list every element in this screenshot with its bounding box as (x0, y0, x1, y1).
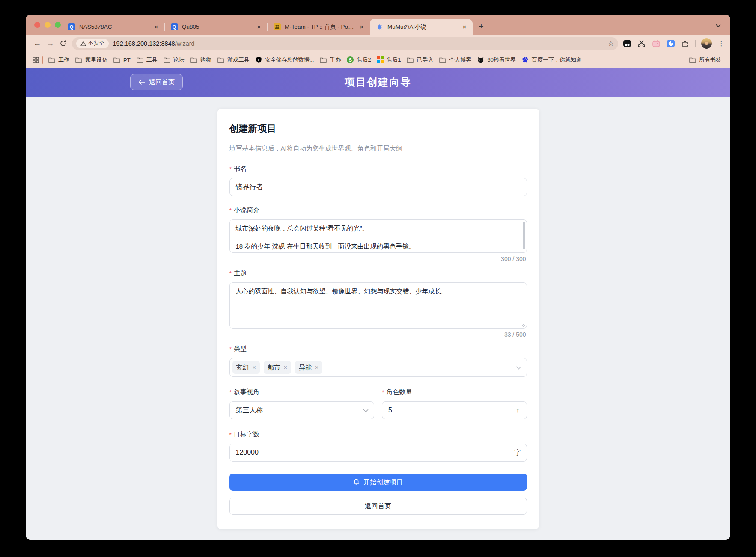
bookmark-aftersale-1[interactable]: 售后1 (374, 55, 404, 65)
textarea-scrollbar[interactable] (523, 222, 525, 249)
tab-mteam[interactable]: M-Team - TP :: 首頁 - Powere × (267, 19, 370, 35)
microsoft-icon (377, 56, 384, 63)
address-bar[interactable]: 不安全 192.168.200.132:8848/wizard ☆ (72, 37, 618, 50)
target-words-input[interactable]: 120000 字 (229, 444, 527, 462)
forward-icon[interactable]: → (44, 37, 57, 50)
theme-counter: 33 / 500 (229, 331, 526, 338)
scissors-extension-icon[interactable] (637, 39, 646, 48)
tab-title: NAS5878AC (79, 24, 149, 30)
bookmark-baidu[interactable]: 百度一下，你就知道 (519, 55, 585, 65)
stepper-up-icon[interactable]: ↑ (509, 402, 527, 419)
maple-leaf-icon (376, 23, 384, 31)
pov-select[interactable]: 第三人称 (229, 401, 375, 419)
folder-icon (75, 57, 82, 63)
baidu-paw-icon (522, 56, 529, 63)
page-title: 项目创建向导 (345, 75, 411, 89)
extensions-row: ⋮ (622, 38, 725, 49)
char-count-label: *角色数量 (382, 388, 527, 396)
mteam-icon (273, 23, 281, 31)
back-icon[interactable]: ← (31, 37, 44, 50)
bookmark-folder-tools[interactable]: 工具 (134, 55, 161, 65)
tag-remove-icon[interactable]: × (284, 364, 287, 371)
resize-grip-icon[interactable] (521, 322, 525, 327)
tab-mumu-active[interactable]: MuMuのAI小说 × (370, 19, 473, 35)
reload-icon[interactable] (57, 37, 69, 50)
tag-remove-icon[interactable]: × (315, 364, 318, 371)
required-mark: * (229, 207, 232, 214)
bookmark-aftersale-2[interactable]: S售后2 (344, 55, 374, 65)
folder-icon (320, 57, 327, 63)
bookmark-secure-storage[interactable]: 安全储存您的数据... (253, 55, 317, 65)
bookmark-folder-pt[interactable]: PT (110, 56, 134, 65)
traffic-lights (34, 22, 61, 28)
close-tab-icon[interactable]: × (461, 23, 468, 31)
genre-tag: 都市× (264, 361, 291, 374)
bookmark-folder-imported[interactable]: 已导入 (404, 55, 436, 65)
tab-title: MuMuのAI小说 (387, 23, 457, 31)
warning-icon (80, 41, 86, 46)
genre-label: *类型 (229, 345, 527, 353)
browser-toolbar: ← → 不安全 192.168.200.132:8848/wizard ☆ (26, 35, 730, 52)
tab-nas[interactable]: Q NAS5878AC × (62, 19, 164, 35)
theme-label: *主题 (229, 269, 527, 277)
bookmark-star-icon[interactable]: ☆ (608, 39, 614, 47)
profile-avatar[interactable] (701, 38, 712, 49)
pov-label: *叙事视角 (229, 388, 375, 396)
bookmark-folder-game-tools[interactable]: 游戏工具 (214, 55, 253, 65)
bookmark-folder-home-devices[interactable]: 家里设备 (72, 55, 110, 65)
shopify-icon: S (347, 56, 354, 63)
required-mark: * (229, 389, 232, 396)
arrow-left-icon (138, 79, 145, 85)
bookmark-folder-forum[interactable]: 论坛 (161, 55, 188, 65)
required-mark: * (229, 270, 232, 277)
eyes-extension-icon[interactable] (622, 39, 631, 48)
create-project-button[interactable]: 开始创建项目 (229, 474, 527, 491)
new-tab-button[interactable]: + (475, 21, 487, 33)
book-name-input[interactable]: 镜界行者 (229, 178, 527, 196)
bookmark-60s-world[interactable]: 60秒看世界 (474, 55, 518, 65)
close-tab-icon[interactable]: × (152, 23, 160, 31)
back-home-header-button[interactable]: 返回首页 (130, 74, 183, 90)
close-tab-icon[interactable]: × (358, 23, 366, 31)
security-label: 不安全 (88, 40, 104, 47)
page-content: 返回首页 项目创建向导 创建新项目 填写基本信息后，AI将自动为您生成世界观、角… (26, 68, 730, 540)
char-count-input[interactable]: 5 ↑ (382, 401, 527, 419)
bookmark-folder-figures[interactable]: 手办 (317, 55, 344, 65)
tab-qu805[interactable]: Q Qu805 × (164, 19, 267, 35)
wizard-card: 创建新项目 填写基本信息后，AI将自动为您生成世界观、角色和开局大纲 *书名 镜… (217, 109, 539, 529)
url-text: 192.168.200.132:8848/wizard (113, 40, 195, 47)
security-chip[interactable]: 不安全 (76, 39, 109, 48)
folder-icon (48, 57, 55, 63)
bookmarks-right-divider (682, 56, 682, 64)
genre-multiselect[interactable]: 玄幻× 都市× 异能× (229, 358, 527, 377)
tab-strip: Q NAS5878AC × Q Qu805 × M-Team - TP :: 首… (26, 15, 730, 35)
synopsis-textarea[interactable]: 城市深处的夜晚，总会闪过某种“看不见的光”。 18 岁的少年 沈砚 在生日那天收… (229, 219, 527, 253)
bookmark-folder-shopping[interactable]: 购物 (188, 55, 214, 65)
bookmark-folder-work[interactable]: 工作 (45, 55, 72, 65)
create-project-label: 开始创建项目 (363, 478, 403, 487)
chrome-menu-icon[interactable]: ⋮ (717, 40, 725, 47)
browser-window: Q NAS5878AC × Q Qu805 × M-Team - TP :: 首… (26, 15, 730, 540)
zoom-window-button[interactable] (55, 22, 61, 28)
theme-textarea[interactable]: 人心的双面性、自我认知与欲望、镜像世界、幻想与现实交错、少年成长。 (229, 282, 527, 329)
all-bookmarks[interactable]: 所有书签 (682, 55, 724, 65)
back-home-button[interactable]: 返回首页 (229, 498, 527, 515)
close-window-button[interactable] (34, 22, 40, 28)
tag-remove-icon[interactable]: × (253, 364, 256, 371)
bookmark-folder-blog[interactable]: 个人博客 (436, 55, 474, 65)
screen: Q NAS5878AC × Q Qu805 × M-Team - TP :: 首… (0, 0, 756, 557)
tab-title: Qu805 (182, 24, 251, 30)
minimize-window-button[interactable] (45, 22, 51, 28)
toolbar-divider (695, 40, 696, 47)
folder-icon (217, 57, 224, 63)
pie-extension-icon[interactable] (666, 39, 675, 48)
pov-charcount-row: *叙事视角 第三人称 *角色数量 5 ↑ (229, 388, 527, 419)
close-tab-icon[interactable]: × (255, 23, 263, 31)
tv-extension-icon[interactable] (652, 39, 661, 48)
chevron-down-icon (516, 364, 521, 371)
tab-search-button[interactable] (713, 21, 723, 31)
bell-icon (353, 479, 360, 486)
genre-tag: 异能× (295, 361, 322, 374)
extensions-puzzle-icon[interactable] (681, 39, 690, 48)
apps-grid-icon[interactable] (32, 56, 39, 64)
